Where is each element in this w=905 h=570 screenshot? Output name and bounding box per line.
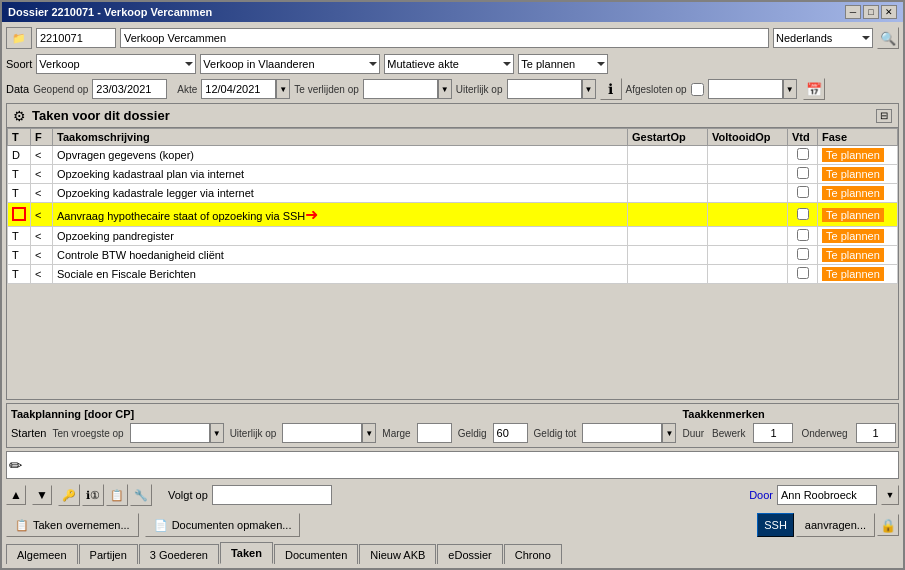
red-arrow-icon: ➜	[305, 205, 318, 224]
cell-gestart	[628, 146, 708, 165]
verkoop-select[interactable]: Verkoop in Vlaanderen	[200, 54, 380, 74]
table-row[interactable]: T<Sociale en Fiscale BerichtenTe plannen	[8, 265, 898, 284]
cell-desc: Opvragen gegevens (koper)	[53, 146, 628, 165]
afgesloten-arrow[interactable]: ▼	[783, 79, 797, 99]
icon-btn-3[interactable]: 📋	[106, 484, 128, 506]
cell-desc: Sociale en Fiscale Berichten	[53, 265, 628, 284]
data-label: Data	[6, 83, 29, 95]
volgt-op-input[interactable]	[212, 485, 332, 505]
uiterlijk-group: ▼	[507, 79, 596, 99]
ten-vroegste-arrow[interactable]: ▼	[210, 423, 224, 443]
cell-vtd	[788, 203, 818, 227]
tab-chrono[interactable]: Chrono	[504, 544, 562, 564]
aanvragen-icon-btn[interactable]: 🔒	[877, 514, 899, 536]
geopend-op-label: Geopend op	[33, 84, 88, 95]
taken-collapse-button[interactable]: ⊟	[876, 109, 892, 123]
table-row[interactable]: <Aanvraag hypothecaire staat of opzoekin…	[8, 203, 898, 227]
cell-t: T	[8, 246, 31, 265]
tab-edossier[interactable]: eDossier	[437, 544, 502, 564]
akte-date-group: ▼	[201, 79, 290, 99]
cell-fase: Te plannen	[818, 265, 898, 284]
tab-nieuw-akb[interactable]: Nieuw AKB	[359, 544, 436, 564]
vtd-checkbox[interactable]	[797, 267, 809, 279]
geldig-tot-arrow[interactable]: ▼	[662, 423, 676, 443]
geldig-input[interactable]	[493, 423, 528, 443]
close-button[interactable]: ✕	[881, 5, 897, 19]
bewerk-input[interactable]	[753, 423, 793, 443]
dossier-number-input[interactable]	[36, 28, 116, 48]
tab-taken[interactable]: Taken	[220, 542, 273, 564]
uiterlijk-op-input[interactable]	[507, 79, 582, 99]
icon-btn-4[interactable]: 🔧	[130, 484, 152, 506]
maximize-button[interactable]: □	[863, 5, 879, 19]
uiterlijk-plan-arrow[interactable]: ▼	[362, 423, 376, 443]
minimize-button[interactable]: ─	[845, 5, 861, 19]
icon-btn-2[interactable]: ℹ①	[82, 484, 104, 506]
cell-f: <	[31, 265, 53, 284]
door-dropdown[interactable]: ▼	[881, 485, 899, 505]
vtd-checkbox[interactable]	[797, 167, 809, 179]
ten-vroegste-op-input[interactable]	[130, 423, 210, 443]
down-arrow-button[interactable]: ▼	[32, 485, 52, 505]
te-verlijden-arrow[interactable]: ▼	[438, 79, 452, 99]
tab-3-goederen[interactable]: 3 Goederen	[139, 544, 219, 564]
search-icon-btn[interactable]: 🔍	[877, 27, 899, 49]
tab-partijen[interactable]: Partijen	[79, 544, 138, 564]
dossier-name-input[interactable]	[120, 28, 769, 48]
onderweg-input[interactable]	[856, 423, 896, 443]
language-select[interactable]: Nederlands	[773, 28, 873, 48]
table-row[interactable]: T<Opzoeking kadastrale legger via intern…	[8, 184, 898, 203]
tab-algemeen[interactable]: Algemeen	[6, 544, 78, 564]
vtd-checkbox[interactable]	[797, 248, 809, 260]
cell-gestart	[628, 184, 708, 203]
cell-fase: Te plannen	[818, 203, 898, 227]
vtd-checkbox[interactable]	[797, 208, 809, 220]
tab-documenten[interactable]: Documenten	[274, 544, 358, 564]
uiterlijk-arrow[interactable]: ▼	[582, 79, 596, 99]
icon-btn-1[interactable]: 🔑	[58, 484, 80, 506]
mutatieve-select[interactable]: Mutatieve akte	[384, 54, 514, 74]
cell-vtd	[788, 146, 818, 165]
planning-left: Taakplanning [door CP] Starten Ten vroeg…	[11, 408, 676, 443]
cell-fase: Te plannen	[818, 246, 898, 265]
vtd-checkbox[interactable]	[797, 229, 809, 241]
fase-badge: Te plannen	[822, 208, 884, 222]
up-arrow-button[interactable]: ▲	[6, 485, 26, 505]
geldig-tot-group: ▼	[582, 423, 676, 443]
marge-input[interactable]	[417, 423, 452, 443]
cell-gestart	[628, 265, 708, 284]
taken-overnemen-button[interactable]: 📋 Taken overnemen...	[6, 513, 139, 537]
table-row[interactable]: T<Controle BTW hoedanigheid cliëntTe pla…	[8, 246, 898, 265]
geldig-tot-input[interactable]	[582, 423, 662, 443]
notes-area[interactable]: ✏	[6, 451, 899, 479]
cell-f: <	[31, 246, 53, 265]
table-row[interactable]: D<Opvragen gegevens (koper)Te plannen	[8, 146, 898, 165]
documenten-opmaken-button[interactable]: 📄 Documenten opmaken...	[145, 513, 301, 537]
vtd-checkbox[interactable]	[797, 186, 809, 198]
akte-date-input[interactable]	[201, 79, 276, 99]
task-table-container[interactable]: T F Taakomschrijving GestartOp VoltooidO…	[7, 128, 898, 399]
afgesloten-checkbox[interactable]	[691, 83, 704, 96]
plannen-select[interactable]: Te plannen	[518, 54, 608, 74]
cell-voltooid	[708, 265, 788, 284]
table-row[interactable]: T<Opzoeking kadastraal plan via internet…	[8, 165, 898, 184]
akte-date-arrow[interactable]: ▼	[276, 79, 290, 99]
folder-icon[interactable]: 📁	[6, 27, 32, 49]
cell-fase: Te plannen	[818, 227, 898, 246]
cell-voltooid	[708, 146, 788, 165]
soort-select[interactable]: Verkoop	[36, 54, 196, 74]
calendar-icon-btn[interactable]: 📅	[803, 78, 825, 100]
cell-vtd	[788, 227, 818, 246]
info-icon-btn[interactable]: ℹ	[600, 78, 622, 100]
volgt-op-group: Volgt op	[168, 485, 332, 505]
geopend-op-input[interactable]	[92, 79, 167, 99]
table-row[interactable]: T<Opzoeking pandregisterTe plannen	[8, 227, 898, 246]
aanvragen-button[interactable]: aanvragen...	[796, 513, 875, 537]
afgesloten-input[interactable]	[708, 79, 783, 99]
vtd-checkbox[interactable]	[797, 148, 809, 160]
task-table: T F Taakomschrijving GestartOp VoltooidO…	[7, 128, 898, 284]
uiterlijk-plan-input[interactable]	[282, 423, 362, 443]
te-verlijden-input[interactable]	[363, 79, 438, 99]
door-input[interactable]	[777, 485, 877, 505]
ssh-button[interactable]: SSH	[757, 513, 794, 537]
